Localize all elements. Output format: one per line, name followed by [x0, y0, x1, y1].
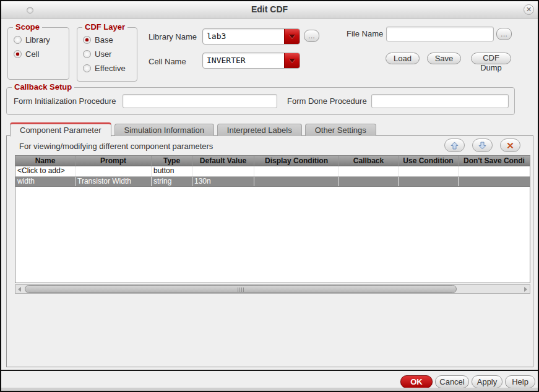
- close-icon[interactable]: ✕: [524, 4, 534, 15]
- library-name-combobox[interactable]: lab3: [202, 28, 300, 45]
- cdf-dump-button[interactable]: CDF Dump: [471, 53, 511, 64]
- save-button[interactable]: Save: [427, 53, 461, 64]
- ok-button[interactable]: OK: [400, 375, 433, 388]
- component-parameter-panel: For viewing/modifying different componen…: [6, 135, 533, 367]
- panel-hint-text: For viewing/modifying different componen…: [19, 142, 213, 151]
- tab-bar: Component Parameter Simulation Informati…: [10, 122, 376, 136]
- radio-unchecked-icon[interactable]: [14, 36, 22, 44]
- window-bottom-edge: [1, 388, 538, 391]
- radio-layer-base[interactable]: Base: [83, 35, 113, 45]
- radio-unchecked-icon[interactable]: [83, 64, 91, 72]
- table-row-width-selected[interactable]: width Transistor Width string 130n: [15, 176, 530, 187]
- form-done-label: Form Done Procedure: [287, 96, 367, 106]
- table-header-row: Name Prompt Type Default Value Display C…: [15, 156, 530, 166]
- library-name-value: lab3: [203, 29, 284, 44]
- tab-component-parameter[interactable]: Component Parameter: [10, 122, 111, 137]
- file-name-label: File Name: [347, 29, 383, 38]
- column-header[interactable]: Type: [152, 156, 192, 166]
- column-header[interactable]: Callback: [339, 156, 399, 166]
- edit-cdf-dialog: Edit CDF ✕ Scope Library Cell CDF Layer …: [0, 0, 539, 392]
- dropdown-arrow-icon[interactable]: [284, 29, 300, 44]
- cell-name-combobox[interactable]: INVERTER: [202, 53, 300, 69]
- cdf-layer-group-title: CDF Layer: [82, 22, 127, 32]
- move-up-button[interactable]: [444, 138, 465, 152]
- radio-checked-icon[interactable]: [83, 36, 91, 44]
- load-button[interactable]: Load: [386, 53, 420, 64]
- apply-button[interactable]: Apply: [472, 375, 502, 388]
- horizontal-scrollbar[interactable]: [15, 284, 530, 294]
- scope-group-title: Scope: [13, 22, 42, 32]
- radio-layer-user[interactable]: User: [83, 49, 111, 59]
- radio-unchecked-icon[interactable]: [83, 50, 91, 58]
- radio-scope-library[interactable]: Library: [14, 35, 50, 45]
- radio-checked-icon[interactable]: [14, 50, 22, 58]
- help-button[interactable]: Help: [505, 375, 535, 388]
- column-header[interactable]: Prompt: [75, 156, 152, 166]
- delete-row-button[interactable]: ✕: [500, 138, 520, 152]
- move-up-icon: [450, 141, 459, 150]
- parameter-table: Name Prompt Type Default Value Display C…: [15, 155, 530, 283]
- cancel-button[interactable]: Cancel: [435, 375, 469, 388]
- library-browse-button[interactable]: ...: [304, 30, 319, 42]
- form-init-label: Form Initialization Procedure: [14, 96, 116, 106]
- scrollbar-track[interactable]: [24, 285, 522, 293]
- callback-setup-title: Callback Setup: [12, 82, 74, 92]
- table-row-click-to-add[interactable]: <Click to add> button: [15, 166, 530, 176]
- radio-layer-effective[interactable]: Effective: [83, 64, 126, 73]
- tab-interpreted-labels[interactable]: Interpreted Labels: [217, 124, 302, 136]
- move-down-button[interactable]: [472, 138, 493, 152]
- column-header[interactable]: Use Condition: [399, 156, 459, 166]
- form-init-input[interactable]: [123, 94, 277, 108]
- cdf-layer-groupbox: CDF Layer Base User Effective: [77, 27, 137, 82]
- delete-icon: ✕: [506, 141, 514, 150]
- footer-separator: [1, 370, 538, 371]
- file-name-input[interactable]: [386, 27, 494, 41]
- dialog-title: Edit CDF: [1, 4, 538, 14]
- radio-scope-cell[interactable]: Cell: [14, 49, 39, 59]
- file-browse-button[interactable]: ...: [496, 28, 512, 40]
- scrollbar-thumb[interactable]: [25, 285, 457, 293]
- column-header[interactable]: Default Value: [192, 156, 254, 166]
- move-down-icon: [478, 141, 487, 150]
- scope-groupbox: Scope Library Cell: [7, 27, 69, 80]
- title-bar: Edit CDF ✕: [1, 1, 538, 19]
- scroll-right-icon[interactable]: [522, 285, 530, 293]
- tab-simulation-information[interactable]: Simulation Information: [114, 124, 214, 136]
- form-done-input[interactable]: [371, 94, 509, 108]
- column-header[interactable]: Don't Save Condi: [459, 156, 530, 166]
- library-name-label: Library Name: [149, 32, 197, 41]
- cell-name-value: INVERTER: [203, 53, 284, 68]
- cell-name-label: Cell Name: [149, 57, 186, 66]
- column-header[interactable]: Display Condition: [254, 156, 339, 166]
- dropdown-arrow-icon[interactable]: [284, 53, 300, 68]
- column-header[interactable]: Name: [15, 156, 75, 166]
- scrollbar-grip-icon: [238, 288, 244, 292]
- scroll-left-icon[interactable]: [15, 285, 24, 293]
- tab-other-settings[interactable]: Other Settings: [305, 124, 376, 136]
